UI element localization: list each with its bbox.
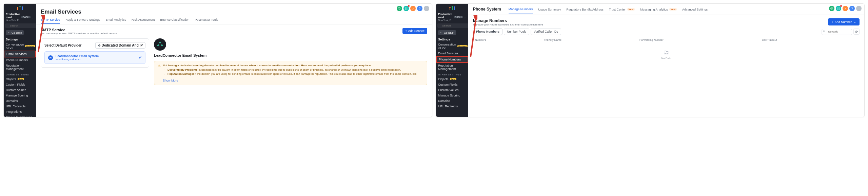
section-subtitle: Manage your Phone Numbers and their conf… [473, 23, 543, 26]
org-location: New York, FL [6, 19, 20, 22]
go-back-button[interactable]: Go Back [6, 30, 24, 35]
svg-point-8 [454, 6, 455, 8]
sidebar-item-phone-numbers[interactable]: Phone Numbers [4, 57, 36, 63]
sidebar-item-manage-scoring[interactable]: Manage Scoring [436, 93, 468, 98]
svg-point-7 [452, 6, 453, 7]
alert-lead: Not having a dedicated sending domain ca… [163, 64, 416, 67]
empty-text: No Data [474, 57, 858, 60]
sidebar-item-custom-fields[interactable]: Custom Fields [4, 82, 36, 87]
avatar[interactable] [856, 6, 862, 11]
tab-postmaster-tools[interactable]: Postmaster Tools [195, 18, 218, 24]
sidebar-item-private-integrations[interactable]: Private Integrations [4, 114, 36, 117]
tab-risk-assessment[interactable]: Risk Assessment [132, 18, 155, 24]
svg-marker-4 [157, 44, 159, 46]
subtab-verified-caller-ids[interactable]: Verified Caller IDs [531, 28, 561, 35]
help-icon[interactable]: ? [417, 6, 422, 11]
beta-badge: Beta [450, 78, 456, 80]
warning-icon: ⚠ [158, 64, 161, 68]
svg-marker-3 [159, 41, 161, 43]
empty-icon: 🗂 [474, 49, 858, 56]
add-number-button[interactable]: Add Number [828, 18, 860, 25]
warning-alert: ⚠ Not having a dedicated sending domain … [154, 61, 427, 85]
add-service-button[interactable]: Add Service [402, 28, 427, 34]
svg-point-0 [17, 7, 18, 8]
pane-phone-system: Productive road New York, FL DASH ⌄ + Go… [436, 3, 865, 117]
check-icon: ✔ [139, 55, 142, 60]
svg-marker-5 [161, 44, 163, 46]
section-title: SMTP Service [41, 28, 117, 32]
svg-point-2 [22, 6, 23, 8]
phone-icon[interactable]: ✆ [397, 6, 402, 11]
default-provider-label: Select Default Provider [44, 43, 81, 47]
svg-point-6 [449, 7, 451, 8]
sidebar-item-objects[interactable]: ObjectsBeta [4, 76, 36, 82]
show-more-link[interactable]: Show More [163, 77, 416, 82]
page-title: Phone System [473, 7, 501, 15]
sidebar-item-integrations[interactable]: Integrations [4, 109, 36, 114]
tab-reply-forward[interactable]: Reply & Forward Settings [65, 18, 100, 24]
org-location: New York, FL [438, 19, 453, 22]
sidebar-item-url-redirects[interactable]: URL Redirects [4, 104, 36, 109]
help-icon[interactable]: ? [849, 6, 855, 11]
sidebar-item-custom-values[interactable]: Custom Values [4, 87, 36, 93]
bell-icon[interactable]: ♪ [843, 6, 848, 11]
bell-icon[interactable]: ♪ [410, 6, 416, 11]
tab-manage-numbers[interactable]: Manage Numbers [509, 7, 533, 14]
section-title: Manage Numbers [473, 18, 543, 23]
provider-name: LeadConnector Email System [56, 54, 136, 58]
sidebar-item-reputation-management[interactable]: Reputation Management [436, 63, 468, 72]
chat-icon[interactable]: ☷ [836, 6, 841, 11]
number-subtabs: Phone Numbers Number Pools Verified Call… [473, 28, 561, 35]
app-logo [4, 4, 36, 12]
subtab-phone-numbers[interactable]: Phone Numbers [473, 28, 502, 35]
tab-email-analytics[interactable]: Email Analytics [105, 18, 126, 24]
new-badge: New [627, 8, 635, 11]
tab-regulatory-bundle[interactable]: Regulatory Bundle/Address [566, 8, 604, 14]
number-search-input[interactable] [822, 29, 852, 35]
number-search[interactable] [822, 28, 852, 35]
col-forwarding-number: Forwarding Number [639, 38, 762, 41]
col-call-timeout: Call Timeout [762, 38, 857, 41]
email-tabs: SMTP Service Reply & Forward Settings Em… [36, 16, 432, 24]
logo-icon [17, 6, 23, 11]
sidebar-item-custom-values[interactable]: Custom Values [436, 87, 468, 93]
main-content: ✆ ☷ ♪ ? Phone System Manage Numbers Usag… [468, 4, 864, 117]
avatar[interactable] [424, 6, 429, 11]
phone-tabs: Phone System Manage Numbers Usage Summar… [468, 4, 864, 15]
alert-bullet: Reputation Damage: If the domain you are… [167, 72, 416, 76]
sidebar-item-manage-scoring[interactable]: Manage Scoring [4, 93, 36, 98]
subtab-number-pools[interactable]: Number Pools [504, 28, 529, 35]
sidebar-item-domains[interactable]: Domains [436, 98, 468, 104]
tab-usage-summary[interactable]: Usage Summary [538, 8, 561, 14]
sidebar-item-url-redirects[interactable]: URL Redirects [436, 104, 468, 109]
org-name: Productive road [6, 13, 20, 19]
refresh-button[interactable]: ⟳ [853, 29, 860, 35]
go-back-button[interactable]: Go Back [438, 30, 456, 35]
chat-icon[interactable]: ☷ [403, 6, 409, 11]
main-content: ✆ ☷ ♪ ? Email Services SMTP Service Repl… [36, 4, 432, 117]
mail-icon: ✉ [48, 55, 53, 60]
tab-messaging-analytics[interactable]: Messaging AnalyticsNew [640, 8, 677, 14]
col-friendly-name: Friendly Name [544, 38, 639, 41]
section-subtitle: You can use your own SMTP services or us… [41, 32, 117, 35]
tab-trust-center[interactable]: Trust CenterNew [609, 8, 635, 14]
sidebar-item-objects[interactable]: ObjectsBeta [436, 76, 468, 82]
top-icon-row: ✆ ☷ ♪ ? [829, 6, 862, 11]
sidebar-item-custom-fields[interactable]: Custom Fields [436, 82, 468, 87]
callout-arrow [26, 15, 45, 53]
alert-bullet: Deliverability Problems: Messages may be… [167, 68, 416, 72]
top-icon-row: ✆ ☷ ♪ ? [397, 6, 429, 11]
default-provider-card: Select Default Provider Dedicated Domain… [41, 38, 149, 68]
dedicated-domain-button[interactable]: Dedicated Domain And IP [95, 42, 145, 49]
phone-icon[interactable]: ✆ [829, 6, 834, 11]
tab-advanced-settings[interactable]: Advanced Settings [682, 8, 708, 14]
callout-arrow [458, 15, 477, 57]
sidebar-item-reputation-management[interactable]: Reputation Management [4, 63, 36, 72]
provider-row[interactable]: ✉ LeadConnector Email System send.lcmsgs… [44, 51, 145, 64]
other-settings-header: OTHER SETTINGS [436, 72, 468, 76]
tab-bounce-classification[interactable]: Bounce Classification [160, 18, 189, 24]
new-badge: New [669, 8, 677, 11]
sidebar-item-domains[interactable]: Domains [4, 98, 36, 104]
other-settings-header: OTHER SETTINGS [4, 72, 36, 76]
org-name: Productive road [438, 13, 453, 19]
